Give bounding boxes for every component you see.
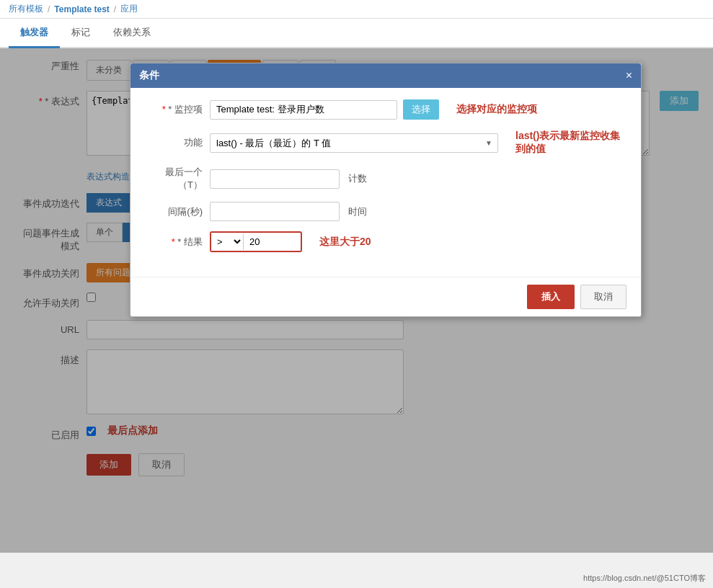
- breadcrumb-sep2: /: [114, 4, 116, 14]
- breadcrumb-root[interactable]: 所有模板: [9, 3, 43, 15]
- modal-interval-control: 时间: [210, 202, 626, 221]
- modal-dialog: 条件 × * 监控项 选择 选择对应的监控项 功能: [130, 63, 642, 317]
- modal-select-button[interactable]: 选择: [403, 99, 439, 120]
- tab-mark[interactable]: 标记: [60, 19, 102, 48]
- breadcrumb-current: Template test: [54, 4, 109, 14]
- modal-monitor-row: * 监控项 选择 选择对应的监控项: [145, 99, 626, 120]
- main-content: 严重性 未分类 信息 警告 一般严重 严重 灾难 严重性请自定义一个级别 * 表…: [0, 48, 713, 553]
- modal-dropdown-wrap: last() - 最后（最近）的 T 值: [210, 133, 498, 153]
- result-value-input[interactable]: [243, 233, 301, 250]
- modal-overlay: 条件 × * 监控项 选择 选择对应的监控项 功能: [0, 48, 713, 553]
- modal-result-label: * 结果: [145, 236, 210, 249]
- result-select-wrap: > >= < <= = <>: [210, 231, 302, 252]
- modal-monitor-control: 选择 选择对应的监控项: [210, 99, 626, 120]
- result-operator-select[interactable]: > >= < <= = <>: [211, 233, 243, 251]
- modal-last-t-row: 最后一个（T） 计数: [145, 166, 626, 192]
- modal-last-t-input[interactable]: [210, 169, 340, 189]
- result-annotation: 这里大于20: [319, 236, 371, 249]
- modal-interval-row: 间隔(秒) 时间: [145, 202, 626, 221]
- modal-last-t-unit: 计数: [348, 172, 367, 185]
- modal-function-control: last() - 最后（最近）的 T 值 last()表示最新监控收集到的值: [210, 130, 626, 156]
- modal-body: * 监控项 选择 选择对应的监控项 功能 last() - 最后（最近）的 T …: [130, 88, 641, 277]
- modal-footer: 插入 取消: [130, 277, 641, 316]
- modal-result-control: > >= < <= = <> 这里大于20: [210, 231, 626, 252]
- modal-function-row: 功能 last() - 最后（最近）的 T 值 last()表示最新监控收集到的…: [145, 130, 626, 156]
- modal-cancel-button[interactable]: 取消: [580, 285, 626, 309]
- tab-bar: 触发器 标记 依赖关系: [0, 19, 713, 48]
- modal-last-t-label: 最后一个（T）: [145, 166, 210, 192]
- modal-result-row: * 结果 > >= < <= = <>: [145, 231, 626, 252]
- modal-close-button[interactable]: ×: [626, 69, 632, 82]
- breadcrumb-app[interactable]: 应用: [120, 3, 138, 15]
- modal-monitor-annotation: 选择对应的监控项: [456, 103, 537, 116]
- modal-header: 条件 ×: [130, 63, 641, 88]
- breadcrumb-bar: 所有模板 / Template test / 应用: [0, 0, 713, 19]
- modal-interval-unit: 时间: [348, 205, 367, 218]
- insert-button[interactable]: 插入: [527, 285, 575, 309]
- modal-monitor-label: * 监控项: [145, 103, 210, 116]
- tab-dependency[interactable]: 依赖关系: [102, 19, 162, 48]
- breadcrumb-sep: /: [48, 4, 50, 14]
- modal-last-t-control: 计数: [210, 169, 626, 189]
- modal-interval-label: 间隔(秒): [145, 205, 210, 218]
- modal-function-select[interactable]: last() - 最后（最近）的 T 值: [210, 133, 498, 153]
- modal-interval-input[interactable]: [210, 202, 340, 221]
- modal-function-annotation: last()表示最新监控收集到的值: [515, 130, 626, 156]
- modal-function-label: 功能: [145, 136, 210, 149]
- modal-title: 条件: [139, 69, 159, 82]
- tab-trigger[interactable]: 触发器: [9, 19, 60, 48]
- modal-monitor-input[interactable]: [210, 100, 397, 120]
